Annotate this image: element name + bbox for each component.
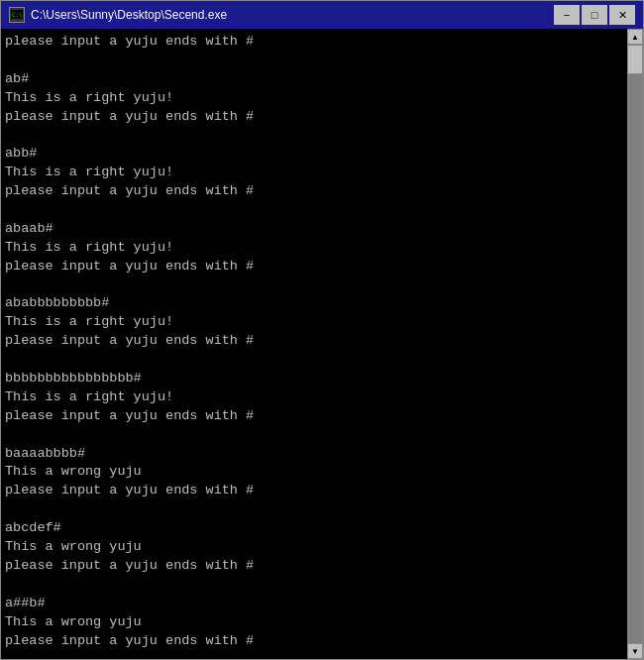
window: C:\ C:\Users\Sunny\Desktop\Secend.exe − … — [0, 0, 644, 660]
terminal-area[interactable]: please input a yuju ends with # ab# This… — [1, 29, 643, 659]
scrollbar-down-arrow[interactable]: ▼ — [627, 643, 643, 659]
title-left: C:\ C:\Users\Sunny\Desktop\Secend.exe — [9, 7, 227, 23]
minimize-button[interactable]: − — [554, 5, 580, 25]
title-bar: C:\ C:\Users\Sunny\Desktop\Secend.exe − … — [1, 1, 643, 29]
maximize-button[interactable]: □ — [582, 5, 607, 25]
scrollbar[interactable]: ▲ ▼ — [627, 29, 643, 659]
terminal-output: please input a yuju ends with # ab# This… — [5, 33, 639, 659]
scrollbar-thumb[interactable] — [627, 45, 643, 74]
svg-text:C:\: C:\ — [12, 11, 23, 18]
close-button[interactable]: ✕ — [609, 5, 635, 25]
title-controls: − □ ✕ — [554, 5, 635, 25]
window-title: C:\Users\Sunny\Desktop\Secend.exe — [31, 8, 227, 22]
scrollbar-track[interactable] — [627, 45, 643, 643]
terminal-icon: C:\ — [9, 7, 25, 23]
scrollbar-up-arrow[interactable]: ▲ — [627, 29, 643, 45]
